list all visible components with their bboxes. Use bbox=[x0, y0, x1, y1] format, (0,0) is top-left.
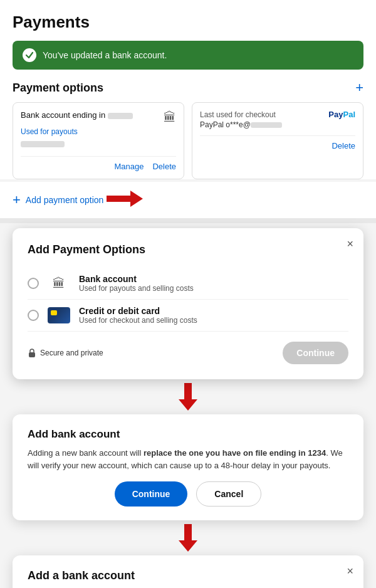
arrow-down-2 bbox=[0, 520, 376, 555]
delete-bank-button[interactable]: Delete bbox=[152, 162, 176, 171]
red-arrow-right bbox=[107, 189, 144, 211]
credit-card-radio[interactable] bbox=[28, 310, 39, 321]
arrow-down-1 bbox=[0, 379, 376, 414]
bank-account-option-row[interactable]: 🏛 Bank account Used for payouts and sell… bbox=[28, 268, 348, 300]
bank-selector-modal-container: Add a bank account × Simply enter your c… bbox=[0, 555, 376, 588]
svg-rect-1 bbox=[29, 352, 35, 357]
bank-selector-modal: Add a bank account × Simply enter your c… bbox=[13, 555, 363, 588]
manage-button[interactable]: Manage bbox=[114, 162, 144, 171]
bank-card-actions: Manage Delete bbox=[21, 156, 176, 171]
paypal-card: Last used for checkout PayPal o***e@ Pay… bbox=[192, 102, 363, 179]
bank-selector-close[interactable]: × bbox=[347, 565, 353, 577]
payment-options-header: Payment options + bbox=[13, 81, 363, 95]
paypal-last-used: Last used for checkout bbox=[200, 110, 282, 119]
credit-option-text: Credit or debit card Used for checkout a… bbox=[79, 306, 348, 325]
add-payment-modal-container: Add Payment Options × 🏛 Bank account Use… bbox=[0, 223, 376, 379]
bank-option-text: Bank account Used for payouts and sellin… bbox=[79, 274, 348, 293]
bank-selector-title: Add a bank account bbox=[28, 569, 348, 582]
add-bank-confirm-modal-container: Add bank account Adding a new bank accou… bbox=[0, 414, 376, 520]
paypal-logo-icon: PayPal bbox=[328, 110, 355, 118]
add-payment-modal-title: Add Payment Options bbox=[28, 243, 348, 256]
check-icon bbox=[23, 48, 36, 62]
confirm-continue-button[interactable]: Continue bbox=[115, 481, 188, 507]
paypal-email: PayPal o***e@ bbox=[200, 120, 282, 129]
secure-private-label: Secure and private bbox=[28, 348, 103, 358]
bank-option-icon: 🏛 bbox=[48, 275, 70, 291]
paypal-card-actions: Delete bbox=[200, 135, 355, 150]
add-bank-confirm-title: Add bank account bbox=[28, 428, 348, 441]
payment-cards-row: Bank account ending in 🏛 Used for payout… bbox=[13, 102, 363, 179]
add-bank-confirm-body: Adding a new bank account will replace t… bbox=[28, 447, 348, 471]
add-payment-modal-close[interactable]: × bbox=[347, 238, 353, 249]
add-payment-modal-footer: Secure and private Continue bbox=[28, 342, 348, 364]
add-payment-option-button[interactable]: Add payment option bbox=[26, 195, 104, 205]
delete-paypal-button[interactable]: Delete bbox=[332, 141, 355, 150]
svg-marker-0 bbox=[107, 191, 143, 207]
bank-card-detail bbox=[21, 141, 65, 147]
svg-marker-3 bbox=[179, 524, 197, 552]
credit-option-label: Credit or debit card bbox=[79, 306, 348, 316]
bank-account-label: Bank account ending in bbox=[21, 110, 164, 120]
page-title: Payments bbox=[13, 13, 363, 32]
success-banner-text: You've updated a bank account. bbox=[43, 50, 167, 60]
add-payment-options-modal: Add Payment Options × 🏛 Bank account Use… bbox=[13, 228, 363, 379]
bank-account-radio[interactable] bbox=[28, 278, 39, 289]
credit-card-icon bbox=[48, 307, 70, 323]
confirm-cancel-button[interactable]: Cancel bbox=[196, 481, 261, 507]
bank-account-card: Bank account ending in 🏛 Used for payout… bbox=[13, 102, 184, 179]
add-bank-confirm-actions: Continue Cancel bbox=[28, 481, 348, 507]
add-payment-section: + Add payment option bbox=[0, 182, 376, 218]
credit-option-sublabel: Used for checkout and selling costs bbox=[79, 316, 348, 325]
payment-options-title: Payment options bbox=[13, 81, 103, 95]
modal-continue-button[interactable]: Continue bbox=[283, 342, 348, 364]
bank-option-sublabel: Used for payouts and selling costs bbox=[79, 284, 348, 293]
bank-building-icon: 🏛 bbox=[164, 110, 176, 125]
credit-card-option-row[interactable]: Credit or debit card Used for checkout a… bbox=[28, 300, 348, 332]
add-payment-plus-icon: + bbox=[13, 193, 21, 207]
secure-text: Secure and private bbox=[40, 349, 103, 357]
bank-card-sub: Used for payouts bbox=[21, 127, 176, 136]
add-bank-confirm-modal: Add bank account Adding a new bank accou… bbox=[13, 414, 363, 520]
success-banner: You've updated a bank account. bbox=[13, 41, 363, 70]
svg-marker-2 bbox=[179, 383, 197, 411]
bank-option-label: Bank account bbox=[79, 274, 348, 284]
add-payment-icon-button[interactable]: + bbox=[355, 81, 363, 95]
